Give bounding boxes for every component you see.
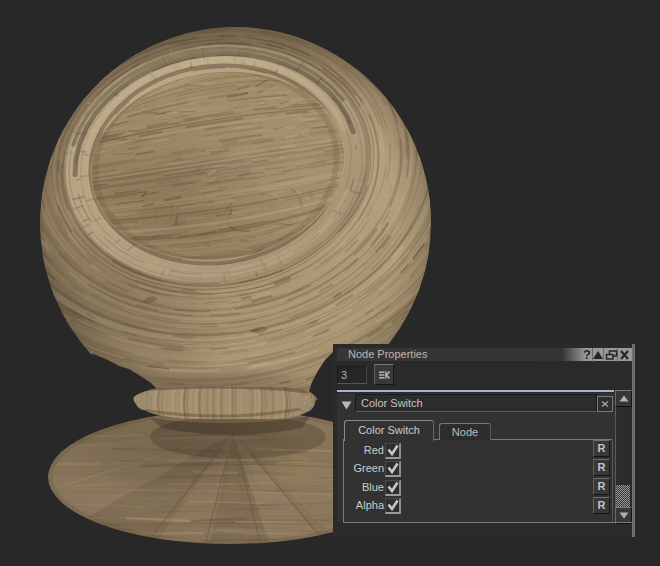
svg-text:?: ? (583, 348, 591, 362)
